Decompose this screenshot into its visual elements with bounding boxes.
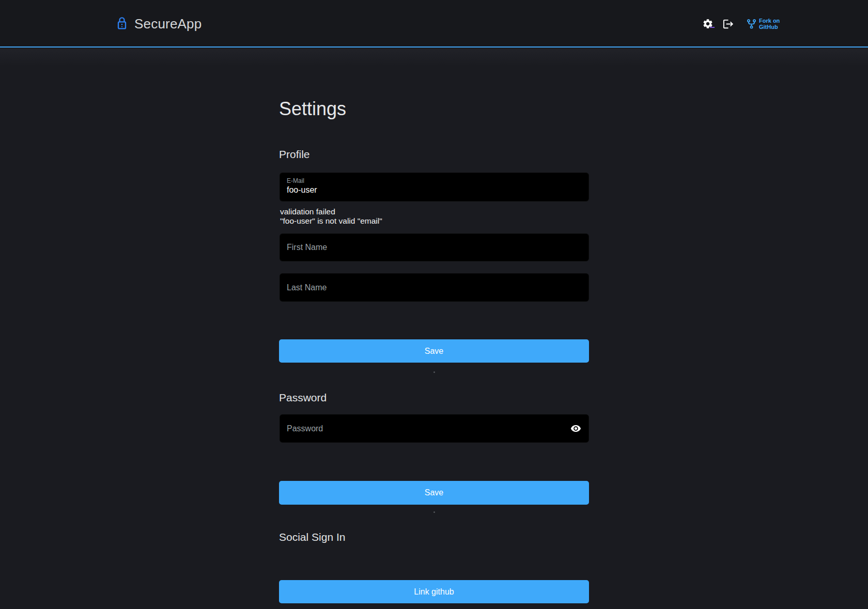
email-field[interactable]: E-Mail bbox=[280, 173, 589, 201]
social-section-heading: Social Sign In bbox=[279, 531, 345, 543]
validation-line-2: "foo-user" is not valid "email" bbox=[280, 216, 382, 226]
validation-line-1: validation failed bbox=[280, 207, 382, 216]
toggle-password-visibility-button[interactable] bbox=[568, 421, 583, 436]
eye-icon bbox=[570, 423, 581, 434]
email-field-label: E-Mail bbox=[287, 177, 582, 184]
loading-dot bbox=[433, 371, 435, 373]
save-profile-button[interactable]: Save bbox=[279, 339, 589, 363]
fork-link-text: Fork on GitHub bbox=[759, 18, 780, 30]
header-glow bbox=[0, 49, 868, 66]
email-input[interactable] bbox=[287, 185, 582, 195]
last-name-input[interactable] bbox=[280, 273, 589, 302]
gear-active-indicator bbox=[710, 27, 715, 28]
email-validation-message: validation failed "foo-user" is not vali… bbox=[280, 207, 382, 226]
last-name-field bbox=[280, 273, 589, 302]
header-actions: Fork on GitHub bbox=[701, 0, 780, 48]
app-header: SecureApp bbox=[0, 0, 868, 48]
password-section-heading: Password bbox=[279, 392, 327, 404]
save-password-button[interactable]: Save bbox=[279, 481, 589, 505]
brand-link[interactable]: SecureApp bbox=[116, 0, 202, 48]
settings-button[interactable] bbox=[701, 17, 715, 30]
link-github-button[interactable]: Link github bbox=[279, 580, 589, 603]
logout-icon bbox=[722, 18, 734, 30]
logout-button[interactable] bbox=[721, 17, 735, 30]
first-name-field bbox=[280, 233, 589, 261]
lock-icon bbox=[116, 16, 128, 32]
password-field bbox=[280, 414, 589, 443]
git-fork-icon bbox=[747, 19, 756, 29]
page-title: Settings bbox=[279, 98, 346, 120]
first-name-input[interactable] bbox=[280, 233, 589, 261]
password-input[interactable] bbox=[280, 414, 568, 443]
loading-dot bbox=[433, 511, 435, 513]
profile-section-heading: Profile bbox=[279, 148, 310, 161]
fork-on-github-link[interactable]: Fork on GitHub bbox=[747, 18, 780, 30]
app-title: SecureApp bbox=[134, 16, 202, 32]
